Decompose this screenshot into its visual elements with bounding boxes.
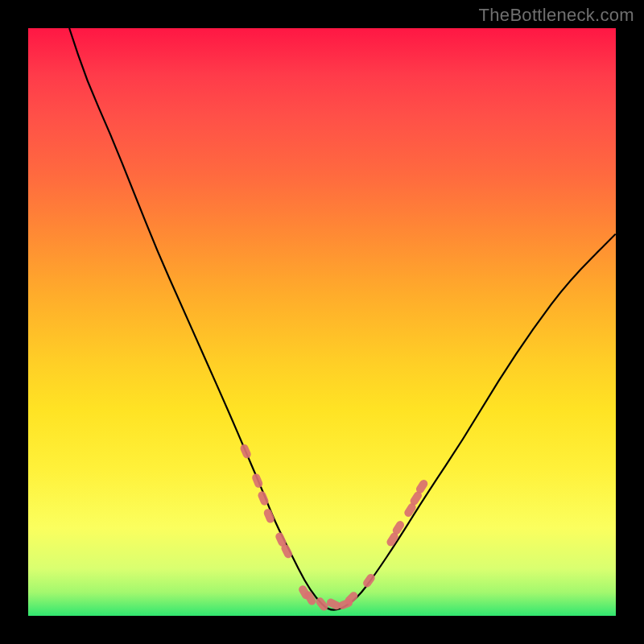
marker-dot (239, 443, 252, 459)
plot-area (28, 28, 616, 616)
markers-group (239, 443, 429, 612)
chart-svg (28, 28, 616, 616)
svg-rect-1 (251, 473, 264, 489)
chart-frame: TheBottleneck.com (0, 0, 644, 644)
watermark-text: TheBottleneck.com (479, 5, 634, 26)
svg-rect-0 (239, 443, 252, 459)
curve-path (69, 28, 616, 610)
marker-dot (251, 473, 264, 489)
